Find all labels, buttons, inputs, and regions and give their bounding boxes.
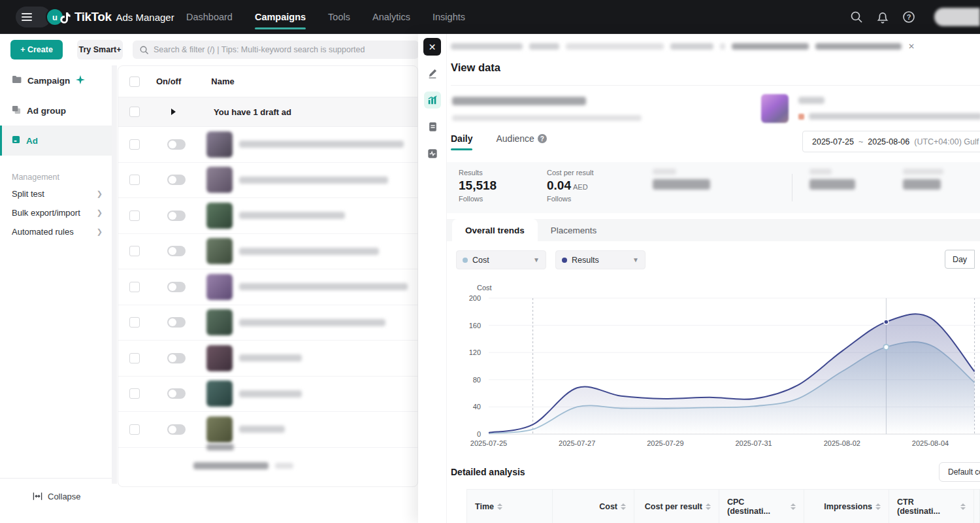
detail-column-cost-per-result[interactable]: Cost per result — [634, 490, 719, 523]
table-row[interactable] — [118, 412, 417, 448]
sidebar-item-label: Ad group — [27, 106, 66, 116]
document-tool[interactable] — [424, 118, 441, 135]
redacted-stat-label — [903, 169, 943, 175]
management-item-label: Bulk export/import — [12, 208, 80, 218]
redacted-ad-name — [239, 390, 302, 397]
draft-notice-row[interactable]: You have 1 draft ad — [118, 97, 417, 127]
topnav-item-dashboard[interactable]: Dashboard — [186, 0, 233, 34]
bell-icon[interactable] — [875, 10, 890, 24]
sort-icon[interactable] — [497, 503, 502, 510]
management-label: Management — [12, 173, 112, 182]
row-checkbox[interactable] — [129, 317, 140, 328]
redacted-account-button[interactable] — [934, 8, 980, 26]
row-checkbox[interactable] — [129, 388, 140, 399]
svg-text:0: 0 — [477, 430, 481, 438]
default-columns-button[interactable]: Default colu — [939, 462, 980, 482]
redacted-total-count — [193, 462, 269, 469]
row-checkbox[interactable] — [129, 424, 140, 435]
onoff-toggle[interactable] — [167, 317, 186, 328]
row-checkbox[interactable] — [129, 246, 140, 256]
help-icon[interactable]: ? — [902, 10, 916, 24]
row-checkbox[interactable] — [129, 139, 140, 150]
ad-table-footer — [118, 448, 417, 483]
management-item-automated-rules[interactable]: Automated rules❯ — [0, 222, 112, 241]
row-checkbox[interactable] — [129, 211, 140, 221]
onoff-toggle[interactable] — [167, 175, 186, 185]
detail-column-cpc-destinati[interactable]: CPC (destinati... — [719, 490, 804, 523]
management-item-split-test[interactable]: Split test❯ — [0, 184, 112, 203]
sort-icon[interactable] — [621, 503, 626, 510]
sort-icon[interactable] — [706, 503, 711, 510]
ad-thumbnail — [206, 380, 233, 407]
trend-tab-overall-trends[interactable]: Overall trends — [452, 219, 538, 241]
sparkle-add-icon[interactable] — [76, 75, 85, 86]
trend-tab-placements[interactable]: Placements — [538, 219, 610, 241]
table-row[interactable] — [118, 234, 417, 270]
detail-column-c[interactable]: C — [974, 490, 980, 523]
audience-help-icon[interactable]: ? — [538, 134, 547, 143]
row-checkbox[interactable] — [129, 353, 140, 363]
trend-chart[interactable]: 04080120160200Cost2025-07-252025-07-2720… — [451, 281, 980, 451]
search-icon[interactable] — [849, 10, 864, 24]
search-filter-bar[interactable] — [133, 41, 419, 59]
onoff-toggle[interactable] — [167, 353, 186, 363]
table-row[interactable] — [118, 198, 417, 234]
onoff-toggle[interactable] — [167, 282, 186, 292]
table-row[interactable] — [118, 377, 417, 413]
expand-caret-icon[interactable] — [171, 109, 176, 115]
table-row[interactable] — [118, 269, 417, 305]
topnav-item-tools[interactable]: Tools — [328, 0, 350, 34]
detail-column-time[interactable]: Time — [467, 490, 553, 523]
close-panel-button[interactable]: ✕ — [423, 38, 441, 56]
svg-text:200: 200 — [469, 294, 481, 302]
collapse-button[interactable]: Collapse — [0, 478, 112, 514]
activity-tool[interactable] — [424, 145, 441, 162]
date-range-picker[interactable]: 2025-07-25 ~ 2025-08-06 (UTC+04:00) Gulf… — [802, 131, 980, 152]
select-all-checkbox[interactable] — [129, 76, 140, 87]
sort-icon[interactable] — [875, 503, 881, 510]
onoff-toggle[interactable] — [167, 139, 186, 150]
table-row[interactable] — [118, 305, 417, 341]
sidebar-item-campaign[interactable]: Campaign — [0, 65, 112, 95]
search-input[interactable] — [154, 45, 412, 54]
tab-audience[interactable]: Audience ? — [496, 133, 546, 150]
sidebar-item-ad-group[interactable]: Ad group — [0, 95, 112, 126]
granularity-day-button[interactable]: Day — [945, 250, 975, 269]
edit-tool[interactable] — [424, 65, 441, 82]
metric-select-2[interactable]: Results ▼ — [555, 250, 645, 269]
topnav-item-campaigns[interactable]: Campaigns — [255, 0, 306, 34]
page-title: View data — [451, 61, 500, 74]
ad-thumbnail — [206, 203, 233, 229]
topnav-item-insights[interactable]: Insights — [433, 0, 465, 34]
sidebar-item-ad[interactable]: Ad — [0, 126, 112, 156]
tab-daily[interactable]: Daily — [451, 133, 472, 150]
breadcrumb-redacted-segment — [732, 43, 809, 50]
redacted-ad-name — [239, 283, 408, 290]
detail-column-ctr-destinati[interactable]: CTR (destinati... — [889, 490, 974, 523]
management-item-label: Automated rules — [12, 227, 74, 237]
table-row[interactable] — [118, 127, 417, 163]
list-scrollbar[interactable] — [112, 65, 117, 484]
detail-column-cost[interactable]: Cost — [553, 490, 634, 523]
breadcrumb-remove-icon[interactable]: ✕ — [908, 42, 915, 51]
sort-icon[interactable] — [960, 503, 966, 510]
row-checkbox[interactable] — [129, 282, 140, 292]
create-button[interactable]: + Create — [10, 40, 63, 59]
detail-column-impressions[interactable]: Impressions — [804, 490, 889, 523]
table-row[interactable] — [118, 341, 417, 377]
onoff-toggle[interactable] — [167, 424, 186, 435]
analytics-tool[interactable] — [424, 92, 441, 109]
topnav-item-analytics[interactable]: Analytics — [372, 0, 410, 34]
onoff-toggle[interactable] — [167, 246, 186, 256]
hamburger-menu[interactable]: u — [16, 7, 51, 27]
row-checkbox[interactable] — [129, 175, 140, 185]
onoff-toggle[interactable] — [167, 211, 186, 221]
management-item-bulk-export-import[interactable]: Bulk export/import❯ — [0, 203, 112, 222]
redacted-stat-value — [653, 179, 710, 190]
try-smart-button[interactable]: Try Smart+ — [77, 40, 123, 59]
sort-icon[interactable] — [791, 503, 796, 510]
table-row[interactable] — [118, 163, 417, 199]
metric-select-1[interactable]: Cost ▼ — [456, 250, 546, 269]
onoff-toggle[interactable] — [167, 388, 186, 399]
draft-checkbox[interactable] — [129, 107, 140, 117]
